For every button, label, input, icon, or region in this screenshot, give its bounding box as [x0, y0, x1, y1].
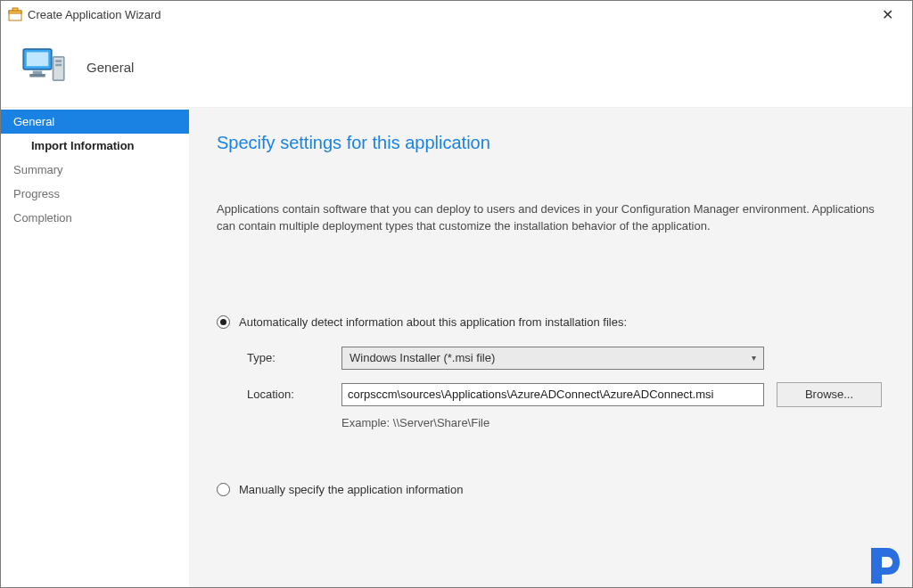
sidebar-item-progress[interactable]: Progress — [1, 182, 189, 206]
type-select-value: Windows Installer (*.msi file) — [350, 351, 495, 364]
option-auto-label: Automatically detect information about t… — [239, 315, 627, 329]
type-label: Type: — [247, 351, 329, 364]
svg-rect-6 — [29, 74, 45, 78]
close-button[interactable]: ✕ — [869, 2, 905, 27]
svg-rect-5 — [33, 70, 43, 74]
location-label: Location: — [247, 388, 329, 401]
type-select[interactable]: Windows Installer (*.msi file) ▾ — [341, 347, 764, 370]
wizard-header: General — [1, 28, 912, 108]
browse-button[interactable]: Browse... — [777, 382, 882, 407]
sidebar-item-completion[interactable]: Completion — [1, 206, 189, 230]
radio-manual-icon[interactable] — [217, 483, 230, 496]
svg-rect-4 — [27, 52, 49, 66]
svg-rect-9 — [55, 63, 62, 66]
content-description: Applications contain software that you c… — [217, 201, 876, 235]
watermark-logo — [864, 544, 907, 587]
svg-rect-8 — [55, 60, 62, 62]
sidebar-item-import-information[interactable]: Import Information — [1, 134, 189, 158]
sidebar-item-general[interactable]: General — [1, 110, 189, 134]
chevron-down-icon: ▾ — [752, 353, 756, 363]
content-heading: Specify settings for this application — [217, 133, 885, 153]
radio-auto-icon[interactable] — [217, 315, 230, 329]
option-manual-label: Manually specify the application informa… — [239, 483, 463, 496]
sidebar-item-summary[interactable]: Summary — [1, 158, 189, 182]
option-manual[interactable]: Manually specify the application informa… — [217, 483, 885, 496]
page-title: General — [86, 60, 134, 75]
window-title: Create Application Wizard — [28, 8, 161, 21]
location-example: Example: \\Server\Share\File — [341, 416, 885, 429]
location-input[interactable] — [341, 383, 764, 406]
svg-rect-2 — [12, 8, 18, 11]
option-auto-detect[interactable]: Automatically detect information about t… — [217, 315, 885, 329]
app-icon — [8, 7, 22, 21]
titlebar: Create Application Wizard ✕ — [1, 1, 912, 28]
wizard-monitor-icon — [19, 43, 69, 93]
wizard-content: Specify settings for this application Ap… — [190, 108, 912, 588]
wizard-sidebar: General Import Information Summary Progr… — [1, 108, 190, 588]
